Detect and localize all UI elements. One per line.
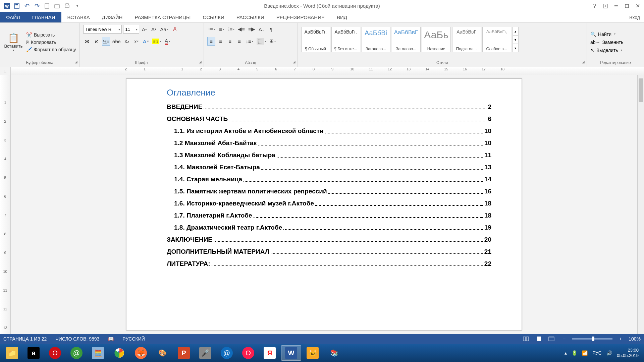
paste-button[interactable]: 📋 Вставить ▾ — [3, 25, 23, 59]
clear-formatting-button[interactable]: A̸ — [171, 25, 179, 34]
taskbar-explorer[interactable]: 📁 — [2, 345, 22, 361]
font-color-button[interactable]: A▾ — [163, 37, 171, 46]
status-language[interactable]: РУССКИЙ — [122, 336, 145, 342]
strikethrough-button[interactable]: abc — [111, 37, 121, 46]
highlight-button[interactable]: ab▾ — [151, 37, 162, 46]
italic-button[interactable]: К — [93, 37, 101, 46]
style-card[interactable]: АаБбВвГПодзагол... — [452, 27, 481, 52]
toc-entry[interactable]: ДОПОЛНИТЕЛЬНЫЙ МАТЕРИАЛ21 — [167, 248, 491, 255]
print-layout-button[interactable] — [534, 335, 543, 343]
gallery-scroll[interactable]: ▴▾▾ — [513, 27, 519, 52]
qat-customize-icon[interactable]: ▾ — [72, 1, 82, 11]
borders-button[interactable]: ⊞▾ — [268, 37, 277, 46]
replace-button[interactable]: ab→Заменить — [590, 40, 624, 45]
dialog-launcher-icon[interactable]: ◢ — [75, 59, 77, 65]
superscript-button[interactable]: x² — [132, 37, 140, 46]
toc-entry[interactable]: 1.7. Планетарий г.Актобе18 — [167, 212, 491, 219]
dialog-launcher-icon[interactable]: ◢ — [199, 59, 202, 65]
zoom-in-button[interactable]: + — [616, 335, 625, 343]
toc-entry[interactable]: 1.2 Мавзолей Абат-Байтак10 — [167, 139, 491, 147]
taskbar-app1[interactable]: 🎤 — [195, 345, 215, 361]
style-card[interactable]: АаБьНазвание — [422, 27, 451, 52]
web-layout-button[interactable] — [547, 335, 556, 343]
status-proofing-icon[interactable]: 📖 — [108, 336, 114, 342]
align-right-button[interactable]: ≡ — [226, 37, 234, 46]
toc-entry[interactable]: 1.1. Из истории Актобе и Актюбинской обл… — [167, 127, 491, 135]
shading-button[interactable]: ⬚▾ — [256, 37, 267, 46]
bold-button[interactable]: Ж — [83, 37, 91, 46]
toc-entry[interactable]: 1.5. Памятник жертвам политических репре… — [167, 188, 491, 195]
align-center-button[interactable]: ≡ — [217, 37, 225, 46]
taskbar-amazon[interactable]: a — [23, 345, 44, 361]
minimize-button[interactable]: ━ — [612, 2, 621, 10]
zoom-level[interactable]: 100% — [629, 336, 641, 342]
new-doc-icon[interactable] — [42, 1, 52, 11]
font-name-combo[interactable]: Times New R▾ — [83, 25, 122, 34]
toc-entry[interactable]: 1.4. Старая мельница14 — [167, 176, 491, 183]
style-card[interactable]: АаБбВвГг,¶ Обычный — [301, 27, 330, 52]
style-card[interactable]: АаБбВвГЗаголово... — [392, 27, 421, 52]
tab-дизайн[interactable]: ДИЗАЙН — [96, 12, 129, 22]
style-card[interactable]: АаБбВвГг,Слабое в... — [482, 27, 511, 52]
tab-рецензирование[interactable]: РЕЦЕНЗИРОВАНИЕ — [270, 12, 331, 22]
show-marks-button[interactable]: ¶ — [267, 25, 275, 34]
line-spacing-button[interactable]: ↕≡▾ — [245, 37, 254, 46]
taskbar-mail[interactable]: @ — [217, 345, 237, 361]
sign-in-link[interactable]: Вход — [625, 12, 644, 22]
taskbar-opera2[interactable]: O — [238, 345, 258, 361]
status-words[interactable]: ЧИСЛО СЛОВ: 9893 — [55, 336, 99, 342]
tab-file[interactable]: ФАЙЛ — [0, 12, 26, 22]
maximize-button[interactable] — [623, 2, 631, 10]
redo-button[interactable]: ↷ — [32, 1, 42, 11]
toc-entry[interactable]: 1.4. Мавзолей Есет-Батыра13 — [167, 164, 491, 171]
align-left-button[interactable]: ≡ — [207, 37, 215, 46]
format-painter-button[interactable]: 🖌️Формат по образцу — [26, 47, 76, 52]
tab-разметка страницы[interactable]: РАЗМЕТКА СТРАНИЦЫ — [128, 12, 197, 22]
taskbar-scratch[interactable]: 😺 — [303, 345, 323, 361]
tab-selector[interactable]: ∟ — [0, 67, 11, 75]
justify-button[interactable]: ≡ — [235, 37, 244, 46]
taskbar-paint[interactable]: 🎨 — [152, 345, 172, 361]
multilevel-list-button[interactable]: ⁝≡▾ — [227, 25, 236, 34]
toc-entry[interactable]: ЛИТЕРАТУРА:22 — [167, 260, 491, 267]
grow-font-button[interactable]: A▴ — [141, 25, 149, 34]
style-card[interactable]: АаБбВвГг,¶ Без инте... — [331, 27, 360, 52]
taskbar-calculator[interactable]: 🧮 — [88, 345, 108, 361]
status-page[interactable]: СТРАНИЦА 1 ИЗ 22 — [3, 336, 47, 342]
decrease-indent-button[interactable]: ◀≡ — [237, 25, 246, 34]
toc-entry[interactable]: ВВЕДЕНИЕ2 — [167, 103, 491, 111]
close-button[interactable]: ✕ — [633, 2, 642, 10]
zoom-out-button[interactable]: − — [559, 335, 569, 343]
text-effects-button[interactable]: A▾ — [142, 37, 150, 46]
cut-button[interactable]: ✂️Вырезать — [26, 32, 76, 38]
taskbar-chrome[interactable] — [109, 345, 129, 361]
copy-button[interactable]: ⎘Копировать — [26, 40, 76, 45]
ribbon-display-icon[interactable] — [601, 2, 610, 10]
help-icon[interactable]: ? — [590, 2, 599, 10]
tab-рассылки[interactable]: РАССЫЛКИ — [230, 12, 270, 22]
tab-ссылки[interactable]: ССЫЛКИ — [197, 12, 230, 22]
volume-icon[interactable]: 🔊 — [606, 350, 612, 356]
taskbar-opera[interactable]: O — [45, 345, 65, 361]
document-viewport[interactable]: Оглавление ВВЕДЕНИЕ2ОСНОВНАЯ ЧАСТЬ61.1. … — [11, 75, 637, 334]
vertical-ruler[interactable]: 12345678910111213 — [0, 75, 11, 334]
find-button[interactable]: 🔍Найти▾ — [590, 32, 624, 37]
undo-button[interactable]: ↶ — [22, 1, 32, 11]
increase-indent-button[interactable]: ≡▶ — [247, 25, 256, 34]
vertical-scrollbar[interactable] — [637, 75, 644, 334]
underline-button[interactable]: Ч▾ — [102, 37, 110, 46]
zoom-slider[interactable] — [572, 338, 612, 340]
taskbar-winrar[interactable]: 📚 — [324, 345, 344, 361]
horizontal-ruler[interactable]: 21123456789101112131415161718 — [11, 67, 644, 75]
print-icon[interactable] — [62, 1, 72, 11]
toc-entry[interactable]: 1.6. Историко-краеведческий музей г.Акто… — [167, 200, 491, 207]
taskbar-word[interactable]: W — [281, 345, 301, 361]
save-icon[interactable] — [12, 1, 21, 11]
taskbar-firefox[interactable]: 🦊 — [131, 345, 151, 361]
tray-language[interactable]: РУС — [592, 350, 602, 356]
scrollbar-thumb[interactable] — [639, 78, 643, 102]
bullets-button[interactable]: ≔▾ — [207, 25, 216, 34]
numbering-button[interactable]: ≡▾ — [218, 25, 226, 34]
dialog-launcher-icon[interactable]: ◢ — [293, 59, 296, 65]
select-button[interactable]: ↖Выделить▾ — [590, 48, 624, 53]
